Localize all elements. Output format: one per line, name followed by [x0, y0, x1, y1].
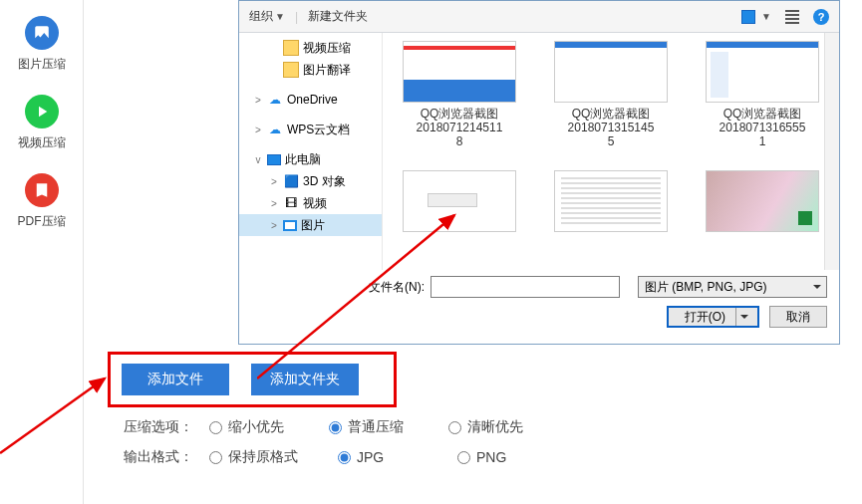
tree-item-this-pc[interactable]: v此电脑: [239, 148, 382, 170]
thumbnail-preview: [706, 41, 819, 103]
folder-icon: [283, 62, 299, 78]
compress-options-radios: 缩小优先 普通压缩 清晰优先: [209, 418, 528, 436]
image-icon: [25, 16, 59, 50]
help-icon[interactable]: ?: [813, 9, 829, 25]
dialog-toolbar: 组织▼ | 新建文件夹 ▼ ?: [239, 1, 839, 33]
cancel-button[interactable]: 取消: [769, 306, 827, 328]
app-sidebar: 图片压缩 视频压缩 PDF压缩: [0, 0, 84, 504]
file-thumbnail[interactable]: [698, 160, 827, 236]
radio-normal-compress[interactable]: 普通压缩: [329, 418, 409, 436]
monitor-icon: [267, 154, 281, 165]
file-thumbnail[interactable]: QQ浏览器截图 2018071315145 5: [546, 41, 676, 148]
details-pane-button[interactable]: [785, 10, 799, 24]
add-file-button[interactable]: 添加文件: [122, 364, 229, 395]
file-thumbnail[interactable]: QQ浏览器截图 2018071214511 8: [395, 41, 524, 148]
organize-menu[interactable]: 组织: [249, 8, 273, 25]
play-icon: [25, 95, 59, 128]
options-panel: 压缩选项： 缩小优先 普通压缩 清晰优先 输出格式： 保持原格式 JPG PNG: [124, 418, 537, 478]
sidebar-item-video-compress[interactable]: 视频压缩: [0, 95, 83, 151]
radio-clarity-priority[interactable]: 清晰优先: [448, 418, 528, 436]
file-type-filter[interactable]: 图片 (BMP, PNG, JPG): [638, 276, 827, 298]
file-thumbnail[interactable]: [546, 160, 676, 236]
tree-item-onedrive[interactable]: >☁OneDrive: [239, 89, 382, 111]
file-thumbnail[interactable]: QQ浏览器截图 2018071316555 1: [698, 41, 827, 148]
chevron-down-icon[interactable]: [735, 308, 753, 326]
sidebar-item-label: 视频压缩: [18, 134, 66, 151]
thumbnail-preview: [403, 170, 516, 232]
output-format-radios: 保持原格式 JPG PNG: [209, 448, 537, 466]
cube-icon: 🟦: [283, 173, 299, 189]
radio-png[interactable]: PNG: [457, 448, 537, 466]
chevron-down-icon: ▼: [275, 11, 285, 22]
folder-icon: [283, 40, 299, 56]
tree-item[interactable]: >🎞视频: [239, 192, 382, 214]
open-button[interactable]: 打开(O): [667, 306, 759, 328]
thumbnail-preview: [554, 170, 668, 232]
thumbnail-preview: [706, 170, 819, 232]
filename-label: 文件名(N):: [367, 279, 425, 296]
film-icon: 🎞: [283, 195, 299, 211]
filename-input[interactable]: [431, 276, 620, 298]
file-thumbnails-pane: QQ浏览器截图 2018071214511 8 QQ浏览器截图 20180713…: [383, 33, 839, 270]
pictures-folder-icon: [283, 220, 297, 231]
thumbnail-preview: [403, 41, 516, 103]
add-folder-button[interactable]: 添加文件夹: [251, 364, 359, 395]
sidebar-item-image-compress[interactable]: 图片压缩: [0, 16, 83, 73]
file-thumbnail[interactable]: [395, 160, 524, 236]
thumbnail-preview: [554, 41, 668, 103]
sidebar-item-label: PDF压缩: [18, 213, 66, 230]
cloud-icon: ☁: [267, 122, 283, 137]
tree-item[interactable]: 视频压缩: [239, 37, 382, 59]
pdf-icon: [25, 173, 59, 207]
cloud-icon: ☁: [267, 92, 283, 108]
new-folder-button[interactable]: 新建文件夹: [308, 8, 368, 25]
tree-item-pictures[interactable]: >图片: [239, 214, 382, 236]
output-format-label: 输出格式：: [124, 448, 201, 466]
tree-item[interactable]: >🟦3D 对象: [239, 170, 382, 192]
radio-jpg[interactable]: JPG: [338, 448, 418, 466]
tree-item[interactable]: 图片翻译: [239, 59, 382, 81]
radio-keep-format[interactable]: 保持原格式: [209, 448, 298, 466]
navigation-tree: 视频压缩 图片翻译 >☁OneDrive >☁WPS云文档 v此电脑 >🟦3D …: [239, 33, 383, 270]
chevron-down-icon: ▼: [761, 11, 771, 22]
open-file-dialog: 组织▼ | 新建文件夹 ▼ ? 视频压缩 图片翻译 >☁OneDrive >☁W…: [238, 0, 840, 345]
compress-options-label: 压缩选项：: [124, 418, 201, 436]
tree-item-wpscloud[interactable]: >☁WPS云文档: [239, 119, 382, 140]
view-mode-button[interactable]: ▼: [741, 10, 771, 24]
sidebar-item-pdf-compress[interactable]: PDF压缩: [0, 173, 83, 230]
picture-icon: [741, 10, 755, 24]
dialog-footer: 文件名(N): 图片 (BMP, PNG, JPG) 打开(O) 取消: [239, 270, 839, 338]
add-buttons-group: 添加文件 添加文件夹: [122, 364, 359, 395]
radio-shrink-priority[interactable]: 缩小优先: [209, 418, 289, 436]
sidebar-item-label: 图片压缩: [18, 56, 66, 73]
